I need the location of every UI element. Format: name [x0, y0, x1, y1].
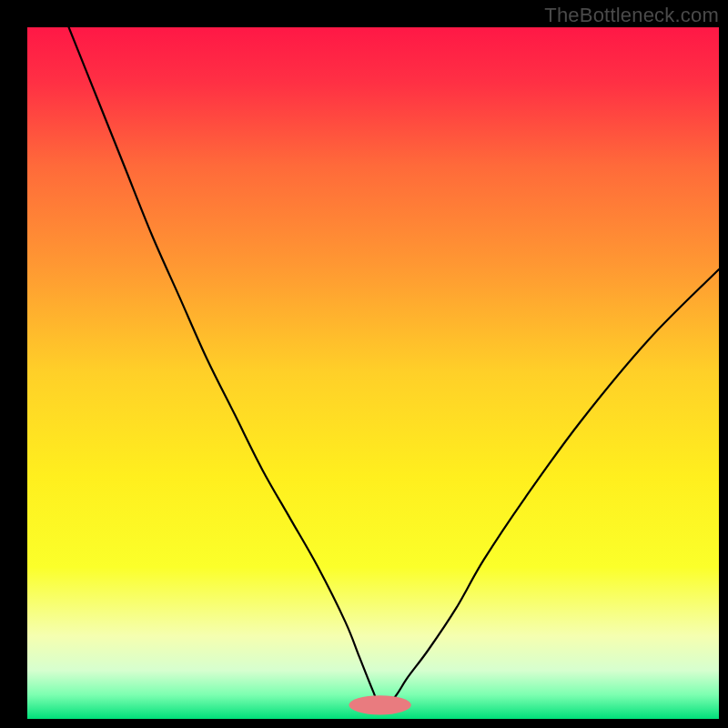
gradient-background: [27, 27, 719, 719]
optimum-marker: [349, 695, 410, 714]
chart-frame: TheBottleneck.com: [0, 0, 728, 728]
chart-svg: [27, 27, 719, 719]
plot-area: [27, 27, 719, 719]
watermark-text: TheBottleneck.com: [544, 4, 719, 27]
